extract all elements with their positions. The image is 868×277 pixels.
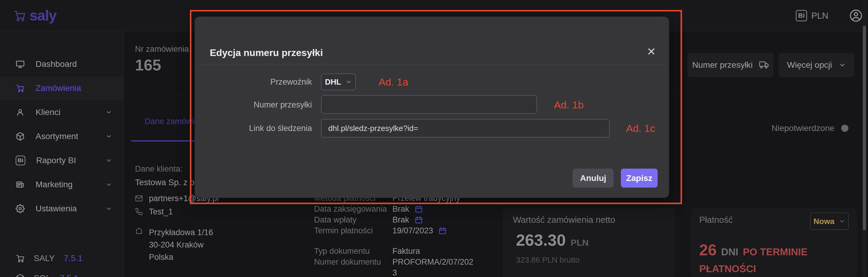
detail-row: Termin płatności 19/07/2023	[314, 225, 489, 236]
client-address-row: Przykładowa 1/16 30-204 Kraków Polska	[135, 227, 213, 264]
shipment-number-field-label: Numer przesyłki	[195, 100, 312, 110]
truck-icon	[759, 60, 769, 70]
sidebar-divider	[0, 233, 124, 233]
sidebar-item-zamowienia[interactable]: Zamówienia	[0, 76, 124, 100]
net-amount-row: 263.30 PLN	[516, 231, 589, 249]
version-label: SQL	[34, 273, 51, 277]
cancel-button[interactable]: Anuluj	[572, 169, 614, 187]
save-button[interactable]: Zapisz	[621, 169, 658, 187]
sidebar: Dashboard Zamówienia Klienci Asortyment …	[0, 31, 124, 277]
sidebar-item-dashboard[interactable]: Dashboard	[0, 52, 124, 76]
order-status: Niepotwierdzone	[772, 124, 848, 133]
detail-row: Data wpłaty Brak	[314, 214, 489, 225]
order-value-card: Wartość zamówienia netto 263.30 PLN 323.…	[503, 208, 675, 277]
client-address: Przykładowa 1/16 30-204 Kraków Polska	[149, 227, 213, 264]
client-company: Testowa Sp. z o.o.	[135, 178, 204, 187]
carrier-field-label: Przewoźnik	[195, 77, 312, 87]
sidebar-item-label: Ustawienia	[36, 204, 105, 213]
user-icon	[16, 108, 25, 117]
overdue-days-unit: DNI	[721, 246, 738, 258]
net-currency: PLN	[570, 238, 589, 248]
sidebar-item-label: Dashboard	[36, 59, 112, 69]
logo-text: saly	[30, 7, 56, 24]
tracking-link-input[interactable]	[321, 119, 610, 138]
saly-logo[interactable]: saly	[13, 7, 56, 24]
sidebar-item-asortyment[interactable]: Asortyment	[0, 124, 124, 148]
sidebar-item-label: Zamówienia	[36, 83, 112, 93]
carrier-select[interactable]: DHL	[321, 73, 356, 90]
overdue-text: PO TERMINIE	[743, 246, 808, 258]
phone-icon	[135, 208, 143, 216]
calendar-icon[interactable]	[438, 227, 447, 235]
payment-status-card: Płatność Nowa 26 DNI PO TERMINIE PŁATNOŚ…	[691, 208, 857, 277]
chevron-down-icon	[839, 61, 846, 69]
newspaper-icon	[16, 180, 25, 189]
tracking-link-field-label: Link do śledzenia	[195, 124, 312, 133]
gear-icon	[16, 204, 25, 213]
more-options-button[interactable]: Więcej opcji	[778, 53, 855, 77]
calendar-icon[interactable]	[415, 216, 423, 224]
annotation-1b: Ad. 1b	[554, 99, 584, 111]
order-number: 165	[135, 56, 161, 74]
mail-icon	[135, 195, 143, 202]
net-amount: 263.30	[516, 231, 566, 249]
sidebar-item-label: Asortyment	[36, 132, 105, 141]
detail-label: Termin płatności	[314, 225, 393, 236]
page-scrollbar[interactable]	[862, 0, 867, 277]
sidebar-item-ustawienia[interactable]: Ustawienia	[0, 197, 124, 221]
chevron-down-icon	[105, 181, 112, 188]
chevron-down-icon	[105, 133, 112, 140]
detail-row: Typ dokumentu Faktura	[314, 246, 489, 256]
scrollbar-thumb[interactable]	[863, 26, 866, 230]
sidebar-item-klienci[interactable]: Klienci	[0, 100, 124, 124]
detail-value: Brak	[393, 214, 409, 225]
shipment-number-button-label: Numer przesyłki	[692, 60, 753, 70]
chevron-down-icon	[105, 157, 112, 164]
sidebar-item-label: Klienci	[36, 107, 105, 117]
home-icon	[135, 227, 143, 235]
version-label: SALY	[34, 253, 55, 263]
calendar-icon[interactable]	[415, 205, 423, 213]
detail-value: PROFORMA/2/07/2023	[393, 256, 474, 277]
sidebar-item-marketing[interactable]: Marketing	[0, 173, 124, 197]
modal-title: Edycja numeru przesyłki	[210, 47, 323, 59]
shipment-number-input[interactable]	[321, 95, 537, 114]
bi-icon: Bi	[16, 155, 25, 165]
cart-logo-icon	[13, 9, 26, 22]
order-status-label: Niepotwierdzone	[772, 124, 835, 133]
detail-label: Data zaksięgowania	[314, 204, 393, 214]
version-number: 7.5.1	[64, 253, 83, 263]
detail-row: Data zaksięgowania Brak	[314, 204, 489, 214]
status-dot-icon	[841, 125, 848, 132]
payment-details-group-1: Metoda płatności Przelew tradycyjny Data…	[314, 193, 489, 236]
saly-app: saly Bi PLN Dashboard Zamówienia Klienci	[0, 0, 868, 277]
overdue-days: 26	[699, 241, 717, 259]
detail-value: Faktura	[393, 246, 420, 256]
currency-selector[interactable]: Bi PLN	[796, 10, 828, 22]
bi-icon: Bi	[796, 10, 807, 22]
cart-icon	[16, 84, 25, 93]
client-section-label: Dane klienta:	[135, 164, 183, 174]
edit-shipment-modal: Edycja numeru przesyłki ✕ Przewoźnik DHL…	[195, 16, 669, 198]
close-icon[interactable]: ✕	[647, 45, 656, 58]
sidebar-item-label: Marketing	[36, 180, 105, 189]
currency-label: PLN	[811, 11, 828, 21]
payment-details-group-2: Typ dokumentu Faktura Numer dokumentu PR…	[314, 246, 489, 277]
sidebar-item-label: Raporty BI	[36, 155, 105, 165]
version-sql: SQL 7.5.1	[16, 273, 79, 277]
box-icon	[16, 274, 25, 277]
overdue-line-1: 26 DNI PO TERMINIE	[699, 241, 807, 259]
address-line: Polska	[149, 251, 213, 264]
chevron-down-icon	[105, 205, 112, 212]
detail-value: Brak	[393, 204, 409, 214]
address-line: Przykładowa 1/16	[149, 227, 213, 239]
detail-row: Numer dokumentu PROFORMA/2/07/2023	[314, 256, 489, 277]
sidebar-item-raporty-bi[interactable]: Bi Raporty BI	[0, 148, 124, 173]
order-number-label: Nr zamówienia	[135, 44, 189, 54]
shipment-number-button[interactable]: Numer przesyłki	[687, 53, 774, 77]
payment-status-dropdown[interactable]: Nowa	[810, 213, 849, 230]
order-value-title: Wartość zamówienia netto	[513, 215, 615, 225]
detail-value: 19/07/2023	[393, 225, 433, 236]
gross-amount: 323.86 PLN brutto	[516, 255, 580, 265]
account-button[interactable]	[849, 9, 863, 22]
